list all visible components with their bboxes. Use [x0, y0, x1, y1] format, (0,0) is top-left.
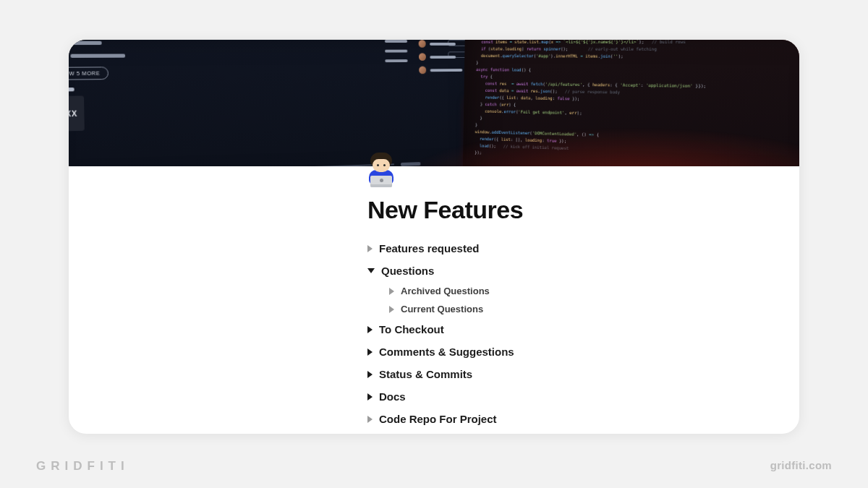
cover-album-tile: 2XXX: [69, 95, 85, 131]
page-content: New Features Features requestedQuestions…: [367, 196, 756, 434]
cover-show-more-button: SHOW 5 MORE: [69, 67, 109, 80]
toggle-row[interactable]: Archived Questions: [389, 282, 756, 300]
toggle-row[interactable]: Features requested: [367, 237, 756, 260]
watermark-domain: gridfiti.com: [770, 460, 832, 471]
page-icon[interactable]: [362, 150, 400, 187]
cover-image: SHOW 5 MORE 2XXX: [69, 40, 799, 166]
toggle-item: To Checkout: [367, 318, 756, 341]
cover-right-monitor: function render(state) { const items = s…: [462, 40, 799, 166]
toggle-label[interactable]: Questions: [381, 265, 434, 277]
cover-left-monitor: SHOW 5 MORE 2XXX: [69, 40, 481, 166]
chevron-right-icon[interactable]: [389, 306, 394, 313]
toggle-children: Archived QuestionsCurrent Questions: [367, 282, 756, 318]
page-title[interactable]: New Features: [367, 196, 756, 224]
toggle-item: Code Repo For Project: [367, 408, 756, 430]
toggle-row[interactable]: Docs: [367, 385, 756, 408]
technologist-emoji-icon: [364, 153, 399, 187]
toggle-row[interactable]: Comments & Suggestions: [367, 341, 756, 363]
toggle-item: Status & Commits: [367, 363, 756, 385]
toggle-item: Features requested: [367, 237, 756, 260]
chevron-right-icon[interactable]: [367, 393, 373, 401]
watermark-brand: GRIDFITI: [36, 460, 129, 472]
chevron-right-icon[interactable]: [367, 245, 373, 252]
toggle-label[interactable]: Code Repo For Project: [379, 413, 497, 425]
toggle-row[interactable]: Status & Commits: [367, 363, 756, 385]
chevron-right-icon[interactable]: [367, 348, 373, 356]
toggle-label[interactable]: Features requested: [379, 242, 479, 254]
toggle-row[interactable]: Current Questions: [389, 300, 756, 318]
toggle-item: Comments & Suggestions: [367, 341, 756, 363]
chevron-right-icon[interactable]: [367, 326, 373, 333]
toggle-label[interactable]: Status & Commits: [379, 368, 472, 380]
toggle-label[interactable]: To Checkout: [379, 323, 444, 335]
toggle-item: Docs: [367, 385, 756, 408]
toggle-row[interactable]: Code Repo For Project: [367, 408, 756, 430]
toggle-label[interactable]: Archived Questions: [401, 286, 490, 296]
toggle-list: Features requestedQuestionsArchived Ques…: [367, 237, 756, 430]
toggle-row[interactable]: Questions: [367, 260, 756, 282]
page-card: SHOW 5 MORE 2XXX: [69, 40, 799, 434]
chevron-right-icon[interactable]: [367, 371, 373, 378]
toggle-row[interactable]: To Checkout: [367, 318, 756, 341]
toggle-label[interactable]: Docs: [379, 390, 406, 403]
toggle-label[interactable]: Comments & Suggestions: [379, 346, 514, 358]
toggle-item: QuestionsArchived QuestionsCurrent Quest…: [367, 260, 756, 318]
toggle-label[interactable]: Current Questions: [401, 304, 483, 314]
chevron-right-icon[interactable]: [389, 288, 394, 295]
chevron-right-icon[interactable]: [367, 416, 373, 423]
chevron-down-icon[interactable]: [367, 268, 375, 273]
